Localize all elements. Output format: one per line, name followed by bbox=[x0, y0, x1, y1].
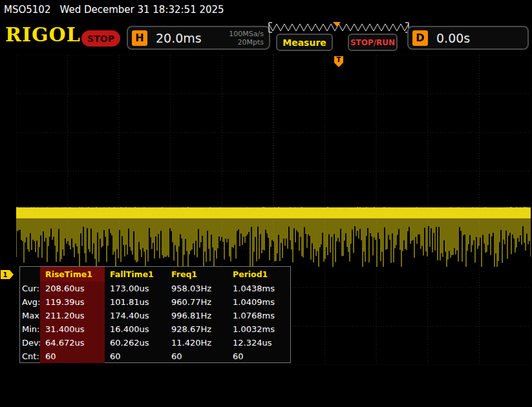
horizontal-settings-panel[interactable]: H 20.0ms 100MSa/s 20Mpts bbox=[127, 26, 270, 50]
avg-risetime: 119.39us bbox=[40, 295, 105, 309]
timebase-value: 20.0ms bbox=[156, 31, 202, 45]
row-label: Min: bbox=[20, 322, 40, 336]
dev-risetime: 64.672us bbox=[40, 336, 105, 350]
row-label: Cnt: bbox=[20, 350, 40, 363]
status-bar: MSO5102Wed December 31 18:32:51 2025 bbox=[0, 0, 532, 19]
measurement-column-falltime[interactable]: FallTime1 bbox=[105, 267, 166, 282]
measurement-row-min: Min: 31.400us 16.400us 928.67Hz 1.0032ms bbox=[20, 322, 290, 336]
cnt-freq: 60 bbox=[166, 350, 228, 363]
stop-run-button[interactable]: STOP/RUN bbox=[348, 34, 398, 51]
max-falltime: 174.40us bbox=[105, 309, 166, 322]
row-label: Max: bbox=[20, 309, 40, 322]
measurement-row-max: Max: 211.20us 174.40us 996.81Hz 1.0768ms bbox=[20, 309, 290, 322]
measurement-column-freq[interactable]: Freq1 bbox=[166, 267, 228, 282]
measurement-row-avg: Avg: 119.39us 101.81us 960.77Hz 1.0409ms bbox=[20, 295, 290, 309]
dev-period: 12.324us bbox=[228, 336, 289, 350]
cnt-falltime: 60 bbox=[105, 350, 166, 363]
cur-period: 1.0438ms bbox=[228, 282, 289, 295]
min-period: 1.0032ms bbox=[228, 322, 289, 336]
measurement-corner bbox=[20, 267, 40, 282]
bottom-bar: 1 2.00V -3.44V 2 100mV bbox=[0, 368, 532, 407]
dev-freq: 11.420Hz bbox=[166, 336, 228, 350]
max-freq: 996.81Hz bbox=[166, 309, 228, 322]
measurement-row-cur: Cur: 208.60us 173.00us 958.03Hz 1.0438ms bbox=[20, 282, 290, 295]
waveform-memory-preview[interactable] bbox=[268, 22, 410, 34]
preview-waveform bbox=[269, 24, 409, 31]
row-label: Cur: bbox=[20, 282, 40, 295]
model-name: MSO5102 bbox=[4, 4, 50, 16]
min-falltime: 16.400us bbox=[105, 322, 166, 336]
channel1-marker-number: 1 bbox=[3, 271, 8, 278]
horizontal-label: H bbox=[132, 30, 147, 46]
rigol-logo: RIGOL bbox=[5, 23, 81, 46]
measurement-header-row: RiseTime1 FallTime1 Freq1 Period1 bbox=[20, 267, 290, 282]
cur-falltime: 173.00us bbox=[105, 282, 166, 295]
row-label: Avg: bbox=[20, 295, 40, 309]
cnt-risetime: 60 bbox=[40, 350, 105, 363]
measurement-row-dev: Dev: 64.672us 60.262us 11.420Hz 12.324us bbox=[20, 336, 290, 350]
memory-depth: 20Mpts bbox=[229, 38, 264, 47]
measurement-column-period[interactable]: Period1 bbox=[228, 267, 289, 282]
delay-settings-panel[interactable]: D 0.00s bbox=[407, 26, 529, 50]
row-label: Dev: bbox=[20, 336, 40, 350]
avg-period: 1.0409ms bbox=[228, 295, 289, 309]
delay-value: 0.00s bbox=[436, 31, 470, 45]
dev-falltime: 60.262us bbox=[105, 336, 166, 350]
oscilloscope-screen: MSO5102Wed December 31 18:32:51 2025 RIG… bbox=[0, 0, 532, 407]
min-risetime: 31.400us bbox=[40, 322, 105, 336]
run-state-badge[interactable]: STOP bbox=[81, 30, 120, 47]
measurement-column-risetime[interactable]: RiseTime1 bbox=[40, 267, 105, 282]
cur-risetime: 208.60us bbox=[40, 282, 105, 295]
measure-button[interactable]: Measure bbox=[276, 34, 333, 51]
cnt-period: 60 bbox=[228, 350, 289, 363]
sample-rate: 100MSa/s bbox=[229, 30, 264, 38]
avg-falltime: 101.81us bbox=[105, 295, 166, 309]
avg-freq: 960.77Hz bbox=[166, 295, 228, 309]
trigger-marker-letter: T bbox=[337, 56, 341, 63]
datetime: Wed December 31 18:32:51 2025 bbox=[59, 4, 224, 16]
measurement-panel: RiseTime1 FallTime1 Freq1 Period1 Cur: 2… bbox=[19, 266, 291, 363]
channel1-level-marker[interactable]: 1 bbox=[1, 270, 14, 280]
delay-label: D bbox=[412, 30, 428, 46]
max-period: 1.0768ms bbox=[228, 309, 289, 322]
cur-freq: 958.03Hz bbox=[166, 282, 228, 295]
trigger-position-marker[interactable]: T bbox=[334, 56, 343, 67]
max-risetime: 211.20us bbox=[40, 309, 105, 322]
measurement-row-cnt: Cnt: 60 60 60 60 bbox=[20, 350, 290, 363]
min-freq: 928.67Hz bbox=[166, 322, 228, 336]
